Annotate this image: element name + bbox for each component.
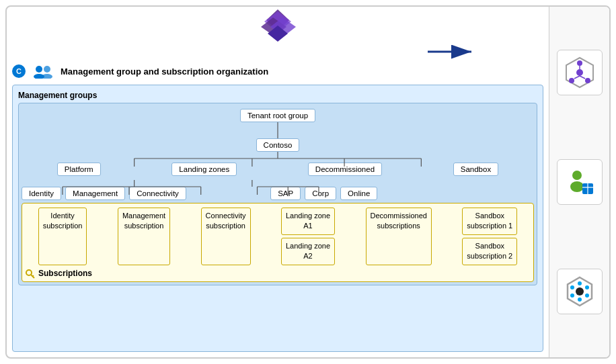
sandbox-node: Sandbox [453,163,498,176]
svg-point-51 [570,285,574,289]
sandbox-sub-1: Sandboxsubscription 1 [462,208,517,235]
people-icon [31,62,55,81]
svg-point-35 [585,78,590,83]
azure-logo [254,8,301,54]
landing-zone-a2: Landing zoneA2 [281,238,335,265]
management-sub: Managementsubscription [118,208,170,265]
svg-point-49 [578,298,582,302]
level3-row: Identity Management Connectivity SAP Cor… [22,187,534,200]
connectivity-node: Connectivity [129,187,186,200]
arrow [428,42,482,64]
mg-label: Management groups [18,91,537,100]
svg-point-46 [578,281,582,285]
svg-point-40 [570,181,584,192]
subscriptions-box: Identitysubscription Managementsubscript… [22,203,534,282]
svg-point-10 [42,74,52,79]
svg-line-37 [574,76,580,79]
subscriptions-label: Subscriptions [25,268,531,279]
resource-group-icon [562,274,597,309]
svg-point-28 [26,270,32,275]
inner-blue-box: Tenant root group Contoso Platform Landi… [18,103,537,285]
svg-line-38 [580,76,585,79]
svg-point-8 [44,66,50,73]
management-node: Management [65,187,125,200]
svg-point-34 [569,78,574,83]
identity-node: Identity [22,187,61,200]
sap-node: SAP [270,187,301,200]
svg-point-33 [577,60,582,66]
identity-sub: Identitysubscription [38,208,87,265]
management-group-icon-box [557,50,603,95]
circle-badge: C [12,64,26,78]
sandbox-sub-2: Sandboxsubscription 2 [462,238,517,265]
resource-group-icon-box [557,269,603,314]
diagram-area: C Management group and subscription orga… [7,7,549,357]
outer-blue-box: Management groups [12,85,543,352]
platform-node: Platform [57,163,101,176]
connectivity-sub: Connectivitysubscription [201,208,251,265]
decommissioned-node: Decommissioned [308,163,382,176]
svg-point-48 [585,293,589,298]
svg-point-45 [576,287,584,295]
right-panel [549,7,609,357]
management-group-icon [562,55,597,90]
level2-row: Platform Landing zones Decommissioned Sa… [22,163,534,176]
tenant-root-row: Tenant root group [22,107,534,122]
svg-point-50 [570,293,574,298]
online-node: Online [340,187,377,200]
svg-point-47 [585,285,589,289]
svg-point-7 [36,66,42,73]
hierarchy: Tenant root group Contoso Platform Landi… [22,107,534,282]
tenant-root-node: Tenant root group [240,109,315,122]
header-title: Management group and subscription organi… [61,66,268,77]
header-row: C Management group and subscription orga… [12,62,543,81]
subscription-icon [562,165,597,199]
key-icon [25,268,36,279]
svg-point-32 [576,69,583,76]
svg-point-39 [572,171,582,180]
main-container: C Management group and subscription orga… [5,5,611,359]
corp-node: Corp [305,187,336,200]
subscriptions-row: Identitysubscription Managementsubscript… [25,208,531,265]
landing-zone-a1: Landing zoneA1 [281,208,335,235]
landing-zones-node: Landing zones [171,163,237,176]
contoso-row: Contoso [22,138,534,152]
subscription-icon-box [557,159,603,205]
decommissioned-subs: Decommissionedsubscriptions [366,208,432,265]
contoso-node: Contoso [256,138,300,152]
